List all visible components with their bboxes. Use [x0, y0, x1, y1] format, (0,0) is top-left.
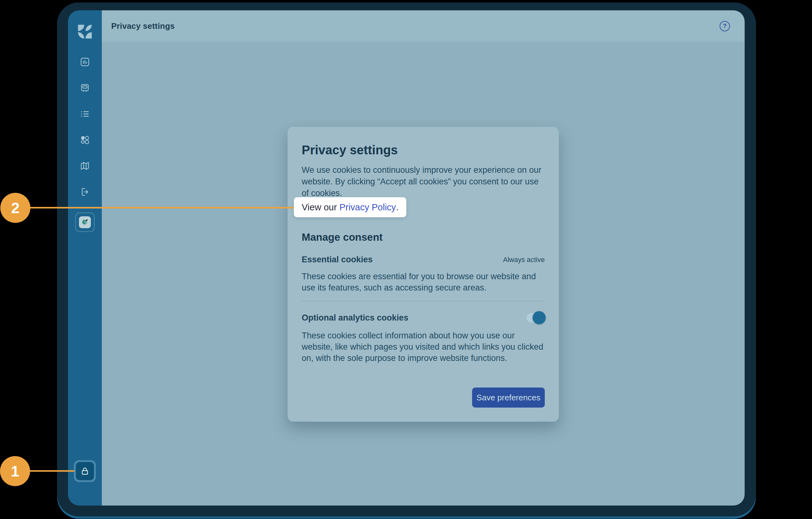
essential-cookies-label: Essential cookies [302, 255, 373, 265]
privacy-settings-modal: Privacy settings We use cookies to conti… [288, 127, 559, 422]
green-app-icon [79, 216, 91, 228]
always-active-status: Always active [503, 256, 545, 264]
sidebar-item-app-shortcut[interactable] [75, 213, 95, 232]
save-preferences-button[interactable]: Save preferences [472, 388, 545, 407]
content-area: Privacy settings We use cookies to conti… [102, 42, 745, 506]
toggle-knob [532, 311, 546, 324]
logo-petal [78, 25, 84, 31]
shapes-icon [80, 134, 90, 145]
privacy-policy-link[interactable]: Privacy Policy [339, 202, 396, 213]
top-bar: Privacy settings ? [102, 10, 745, 42]
kiosk-icon [80, 83, 90, 93]
map-icon [80, 160, 90, 171]
question-mark-icon: ? [723, 23, 727, 29]
analytics-cookies-label: Optional analytics cookies [302, 313, 408, 323]
logout-icon [80, 187, 90, 197]
lock-button-face [76, 462, 94, 480]
cookie-intro-text: We use cookies to continuously improve y… [302, 164, 545, 199]
callout-1-line [29, 470, 75, 472]
callout-2-line [30, 207, 296, 209]
section-divider [302, 301, 545, 301]
logo-petal [86, 32, 92, 38]
main-area: Privacy settings ? Privacy settings We u… [102, 10, 745, 506]
app-logo [78, 24, 92, 39]
analytics-cookies-description: These cookies collect information about … [302, 330, 545, 364]
page-title: Privacy settings [111, 21, 175, 31]
callout-1-badge: 1 [0, 456, 30, 486]
sidebar-item-privacy-lock[interactable] [74, 460, 96, 482]
help-button[interactable]: ? [720, 21, 730, 31]
callout-2-badge: 2 [0, 193, 30, 223]
logo-petal [78, 32, 84, 38]
modal-title: Privacy settings [302, 143, 545, 157]
bar-chart-icon [80, 57, 90, 67]
logo-petal [86, 25, 92, 31]
privacy-policy-highlight: View our Privacy Policy. [294, 197, 406, 217]
list-icon [80, 109, 90, 119]
sidebar-item-categories[interactable] [80, 134, 90, 145]
sidebar-item-logout[interactable] [80, 187, 90, 197]
manage-consent-heading: Manage consent [302, 231, 545, 244]
policy-text-suffix: . [396, 202, 399, 213]
sidebar-item-statistics[interactable] [80, 57, 90, 67]
app-surface: Privacy settings ? Privacy settings We u… [68, 10, 745, 506]
analytics-cookies-row: Optional analytics cookies [302, 311, 545, 324]
essential-cookies-description: These cookies are essential for you to b… [302, 271, 545, 293]
lock-icon [80, 466, 90, 476]
policy-text-prefix: View our [302, 202, 339, 213]
sidebar-item-map[interactable] [80, 160, 90, 171]
sidebar-item-kiosk[interactable] [80, 83, 90, 93]
sidebar-item-list[interactable] [80, 109, 90, 119]
essential-cookies-row: Essential cookies Always active [302, 255, 545, 265]
analytics-toggle[interactable] [527, 313, 545, 323]
sidebar [68, 10, 102, 506]
